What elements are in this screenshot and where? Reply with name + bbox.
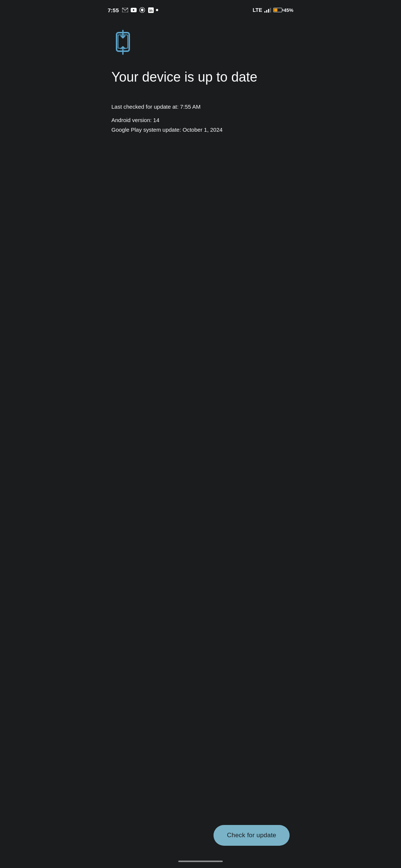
signal-bar-3 [268, 9, 269, 13]
app-icon-1 [139, 7, 146, 13]
version-info: Android version: 14 Google Play system u… [111, 116, 290, 134]
signal-icon [264, 7, 271, 13]
status-time: 7:55 [108, 7, 119, 13]
battery-percent: 45% [284, 7, 293, 13]
home-bar [178, 861, 223, 862]
phone-container: 7:55 [100, 0, 301, 868]
notification-icons: in [122, 7, 158, 13]
svg-text:in: in [149, 9, 153, 13]
status-right: LTE 45% [253, 7, 293, 13]
battery-icon [273, 8, 282, 12]
signal-bar-4 [270, 8, 271, 13]
status-bar: 7:55 [100, 0, 301, 19]
youtube-icon [130, 7, 137, 13]
lte-label: LTE [253, 7, 262, 13]
android-version-text: Android version: 14 [111, 116, 290, 125]
battery-container: 45% [273, 7, 293, 13]
check-for-update-button[interactable]: Check for update [213, 825, 290, 846]
battery-fill [274, 9, 277, 11]
dot-indicator [156, 9, 158, 11]
signal-bar-2 [266, 10, 267, 13]
signal-bar-1 [264, 11, 265, 13]
info-section: Last checked for update at: 7:55 AM Andr… [111, 103, 290, 134]
email-icon [122, 7, 128, 13]
home-indicator [100, 861, 301, 868]
update-icon-container [111, 30, 290, 58]
linkedin-icon: in [147, 7, 154, 13]
bottom-area: Check for update [100, 818, 301, 861]
page-title: Your device is up to date [111, 69, 290, 85]
play-system-update-text: Google Play system update: October 1, 20… [111, 125, 290, 134]
status-left: 7:55 [108, 7, 158, 13]
main-content: Your device is up to date Last checked f… [100, 19, 301, 818]
update-icon [111, 30, 138, 56]
last-checked-text: Last checked for update at: 7:55 AM [111, 103, 290, 110]
